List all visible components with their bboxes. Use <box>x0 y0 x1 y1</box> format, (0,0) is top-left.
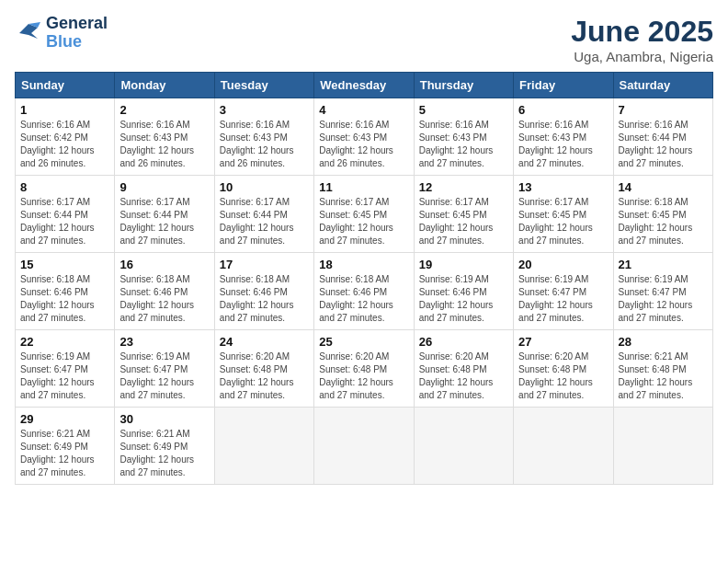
calendar-cell: 16Sunrise: 6:18 AMSunset: 6:46 PMDayligh… <box>115 253 214 330</box>
calendar-cell: 30Sunrise: 6:21 AMSunset: 6:49 PMDayligh… <box>115 408 214 485</box>
day-number: 5 <box>419 103 508 117</box>
day-number: 2 <box>119 103 209 117</box>
calendar-cell: 23Sunrise: 6:19 AMSunset: 6:47 PMDayligh… <box>115 330 214 408</box>
day-number: 22 <box>20 335 109 349</box>
calendar-cell: 22Sunrise: 6:19 AMSunset: 6:47 PMDayligh… <box>16 330 115 408</box>
day-number: 30 <box>119 412 209 426</box>
day-info: Sunrise: 6:18 AMSunset: 6:46 PMDaylight:… <box>319 273 408 325</box>
day-number: 9 <box>119 180 209 194</box>
day-number: 16 <box>119 258 209 271</box>
day-info: Sunrise: 6:17 AMSunset: 6:44 PMDaylight:… <box>20 196 109 247</box>
logo: General Blue <box>15 15 108 52</box>
day-info: Sunrise: 6:19 AMSunset: 6:47 PMDaylight:… <box>119 350 209 402</box>
day-number: 23 <box>119 335 209 349</box>
day-info: Sunrise: 6:20 AMSunset: 6:48 PMDaylight:… <box>319 350 408 402</box>
calendar-cell: 28Sunrise: 6:21 AMSunset: 6:48 PMDayligh… <box>613 330 712 408</box>
day-info: Sunrise: 6:19 AMSunset: 6:47 PMDaylight:… <box>20 350 109 402</box>
calendar-header-thursday: Thursday <box>414 73 513 98</box>
day-number: 19 <box>419 258 508 271</box>
day-number: 12 <box>419 180 508 194</box>
calendar-cell: 15Sunrise: 6:18 AMSunset: 6:46 PMDayligh… <box>16 253 115 330</box>
day-info: Sunrise: 6:19 AMSunset: 6:46 PMDaylight:… <box>419 273 508 325</box>
day-info: Sunrise: 6:16 AMSunset: 6:43 PMDaylight:… <box>220 119 309 170</box>
calendar-cell: 13Sunrise: 6:17 AMSunset: 6:45 PMDayligh… <box>514 176 613 253</box>
calendar-cell: 9Sunrise: 6:17 AMSunset: 6:44 PMDaylight… <box>115 176 214 253</box>
day-number: 3 <box>220 103 309 117</box>
day-number: 21 <box>619 258 708 271</box>
calendar-header-saturday: Saturday <box>613 73 712 98</box>
calendar-cell: 1Sunrise: 6:16 AMSunset: 6:42 PMDaylight… <box>16 98 115 176</box>
day-number: 1 <box>20 103 109 117</box>
calendar-cell: 12Sunrise: 6:17 AMSunset: 6:45 PMDayligh… <box>414 176 513 253</box>
day-number: 25 <box>319 335 408 349</box>
day-number: 4 <box>319 103 408 117</box>
calendar-cell: 10Sunrise: 6:17 AMSunset: 6:44 PMDayligh… <box>214 176 313 253</box>
calendar-cell: 2Sunrise: 6:16 AMSunset: 6:43 PMDaylight… <box>115 98 214 176</box>
calendar-cell: 5Sunrise: 6:16 AMSunset: 6:43 PMDaylight… <box>414 98 513 176</box>
calendar-cell <box>214 408 313 485</box>
title-area: June 2025 Uga, Anambra, Nigeria <box>571 15 713 64</box>
calendar-cell: 25Sunrise: 6:20 AMSunset: 6:48 PMDayligh… <box>314 330 414 408</box>
week-row-1: 1Sunrise: 6:16 AMSunset: 6:42 PMDaylight… <box>16 98 713 176</box>
calendar-cell: 3Sunrise: 6:16 AMSunset: 6:43 PMDaylight… <box>214 98 313 176</box>
calendar-cell: 7Sunrise: 6:16 AMSunset: 6:44 PMDaylight… <box>613 98 712 176</box>
day-number: 13 <box>518 180 608 194</box>
day-number: 20 <box>518 258 608 271</box>
calendar-cell: 19Sunrise: 6:19 AMSunset: 6:46 PMDayligh… <box>414 253 513 330</box>
calendar-cell: 27Sunrise: 6:20 AMSunset: 6:48 PMDayligh… <box>514 330 613 408</box>
calendar-cell: 18Sunrise: 6:18 AMSunset: 6:46 PMDayligh… <box>314 253 414 330</box>
calendar-cell: 24Sunrise: 6:20 AMSunset: 6:48 PMDayligh… <box>214 330 313 408</box>
page-subtitle: Uga, Anambra, Nigeria <box>571 49 713 64</box>
day-info: Sunrise: 6:21 AMSunset: 6:48 PMDaylight:… <box>619 350 708 402</box>
day-info: Sunrise: 6:20 AMSunset: 6:48 PMDaylight:… <box>220 350 309 402</box>
calendar-cell: 29Sunrise: 6:21 AMSunset: 6:49 PMDayligh… <box>16 408 115 485</box>
calendar-header-tuesday: Tuesday <box>214 73 313 98</box>
calendar-cell: 6Sunrise: 6:16 AMSunset: 6:43 PMDaylight… <box>514 98 613 176</box>
calendar-cell <box>414 408 513 485</box>
day-info: Sunrise: 6:18 AMSunset: 6:45 PMDaylight:… <box>619 196 708 247</box>
day-info: Sunrise: 6:17 AMSunset: 6:45 PMDaylight:… <box>419 196 508 247</box>
calendar-header-wednesday: Wednesday <box>314 73 414 98</box>
day-number: 29 <box>20 412 109 426</box>
day-info: Sunrise: 6:18 AMSunset: 6:46 PMDaylight:… <box>20 273 109 325</box>
calendar-cell: 26Sunrise: 6:20 AMSunset: 6:48 PMDayligh… <box>414 330 513 408</box>
day-info: Sunrise: 6:19 AMSunset: 6:47 PMDaylight:… <box>619 273 708 325</box>
calendar-header-friday: Friday <box>514 73 613 98</box>
day-info: Sunrise: 6:16 AMSunset: 6:43 PMDaylight:… <box>419 119 508 170</box>
calendar-cell: 11Sunrise: 6:17 AMSunset: 6:45 PMDayligh… <box>314 176 414 253</box>
day-info: Sunrise: 6:17 AMSunset: 6:45 PMDaylight:… <box>319 196 408 247</box>
calendar-header-monday: Monday <box>115 73 214 98</box>
week-row-3: 15Sunrise: 6:18 AMSunset: 6:46 PMDayligh… <box>16 253 713 330</box>
day-info: Sunrise: 6:16 AMSunset: 6:42 PMDaylight:… <box>20 119 109 170</box>
day-info: Sunrise: 6:18 AMSunset: 6:46 PMDaylight:… <box>220 273 309 325</box>
day-info: Sunrise: 6:16 AMSunset: 6:43 PMDaylight:… <box>518 119 608 170</box>
calendar-cell <box>314 408 414 485</box>
day-info: Sunrise: 6:17 AMSunset: 6:45 PMDaylight:… <box>518 196 608 247</box>
day-number: 7 <box>619 103 708 117</box>
day-info: Sunrise: 6:16 AMSunset: 6:43 PMDaylight:… <box>119 119 209 170</box>
day-info: Sunrise: 6:19 AMSunset: 6:47 PMDaylight:… <box>518 273 608 325</box>
day-info: Sunrise: 6:21 AMSunset: 6:49 PMDaylight:… <box>119 428 209 479</box>
calendar-cell: 21Sunrise: 6:19 AMSunset: 6:47 PMDayligh… <box>613 253 712 330</box>
day-number: 28 <box>619 335 708 349</box>
page-title: June 2025 <box>571 15 713 49</box>
day-info: Sunrise: 6:16 AMSunset: 6:44 PMDaylight:… <box>619 119 708 170</box>
day-number: 18 <box>319 258 408 271</box>
day-info: Sunrise: 6:20 AMSunset: 6:48 PMDaylight:… <box>518 350 608 402</box>
day-info: Sunrise: 6:17 AMSunset: 6:44 PMDaylight:… <box>220 196 309 247</box>
calendar-cell: 8Sunrise: 6:17 AMSunset: 6:44 PMDaylight… <box>16 176 115 253</box>
day-info: Sunrise: 6:20 AMSunset: 6:48 PMDaylight:… <box>419 350 508 402</box>
calendar-cell: 14Sunrise: 6:18 AMSunset: 6:45 PMDayligh… <box>613 176 712 253</box>
day-number: 17 <box>220 258 309 271</box>
day-info: Sunrise: 6:18 AMSunset: 6:46 PMDaylight:… <box>119 273 209 325</box>
calendar-cell: 4Sunrise: 6:16 AMSunset: 6:43 PMDaylight… <box>314 98 414 176</box>
logo-icon <box>15 20 42 46</box>
day-number: 11 <box>319 180 408 194</box>
calendar-cell <box>613 408 712 485</box>
day-number: 10 <box>220 180 309 194</box>
logo-text: General Blue <box>46 15 108 52</box>
day-number: 26 <box>419 335 508 349</box>
day-number: 6 <box>518 103 608 117</box>
calendar-cell: 20Sunrise: 6:19 AMSunset: 6:47 PMDayligh… <box>514 253 613 330</box>
day-number: 8 <box>20 180 109 194</box>
